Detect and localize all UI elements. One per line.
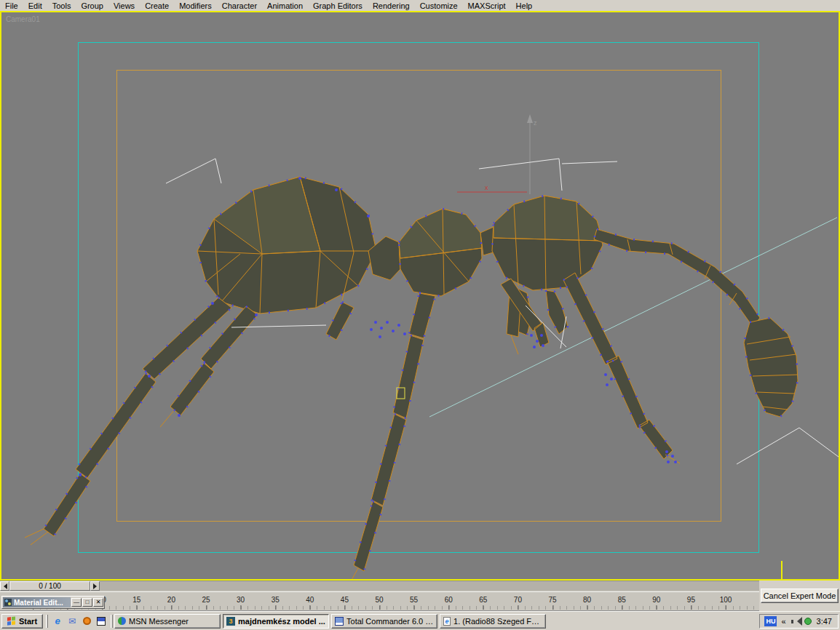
ruler-tick-90: 90 (652, 596, 660, 604)
ruler-tick-100: 100 (720, 596, 732, 604)
ruler-tick-70: 70 (514, 596, 522, 604)
ant-model[interactable] (25, 177, 798, 581)
taskbar-item-label: MSN Messenger (129, 617, 189, 626)
menu-bar: File Edit Tools Group Views Create Modif… (0, 0, 840, 11)
ant-leg-rear-right (563, 273, 680, 463)
right-arrow-icon (93, 583, 100, 589)
ruler-tick-45: 45 (341, 596, 349, 604)
internet-explorer-icon[interactable]: e (52, 615, 63, 627)
quick-launch-bar: e ✉ (49, 615, 109, 627)
menu-help[interactable]: Help (511, 1, 538, 11)
ruler-tick-40: 40 (306, 596, 314, 604)
ant-head (492, 196, 603, 290)
taskbar-item-label: majdnemkész model ... (238, 617, 325, 626)
ant-leg-rear-left (25, 298, 231, 545)
system-tray: HU « 3:47 (759, 614, 839, 629)
material-editor-titlebar[interactable]: Material Edit... (3, 597, 71, 607)
menu-graph-editors[interactable]: Graph Editors (308, 1, 368, 11)
menu-views[interactable]: Views (108, 1, 140, 11)
ant-leg-mid-left (160, 302, 354, 427)
floppy-icon[interactable] (95, 615, 107, 627)
ruler-tick-60: 60 (445, 596, 453, 604)
mail-icon[interactable]: ✉ (66, 615, 78, 627)
toolbar-divider (111, 615, 113, 628)
material-editor-icon (4, 599, 12, 606)
viewport-canvas[interactable]: z x (0, 11, 840, 581)
start-button-label: Start (19, 617, 37, 626)
ruler-tick-25: 25 (202, 596, 210, 604)
next-frame-button[interactable] (90, 581, 100, 591)
media-player-icon[interactable] (81, 615, 92, 627)
menu-group[interactable]: Group (76, 1, 108, 11)
taskbar-item-msn-messenger[interactable]: MSN Messenger (114, 614, 221, 629)
ruler-tick-20: 20 (167, 596, 175, 604)
menu-edit[interactable]: Edit (23, 1, 47, 11)
viewport-divider-line (781, 561, 782, 581)
left-arrow-icon (1, 583, 7, 589)
desktop-screen: File Edit Tools Group Views Create Modif… (0, 0, 840, 630)
minimize-button[interactable]: — (71, 598, 82, 607)
total-commander-icon (335, 617, 344, 626)
menu-tools[interactable]: Tools (47, 1, 76, 11)
ruler-tick-15: 15 (132, 596, 140, 604)
taskbar-item-label: Total Commander 6.0 - P... (346, 617, 434, 626)
taskbar-item-radio88[interactable]: e 1. (Radio88 Szeged FM ... (440, 614, 546, 629)
menu-character[interactable]: Character (217, 1, 262, 11)
menu-create[interactable]: Create (140, 1, 174, 11)
ant-thorax (399, 209, 482, 296)
ruler-tick-65: 65 (479, 596, 487, 604)
windows-logo-icon (7, 616, 16, 626)
ruler-tick-35: 35 (272, 596, 280, 604)
taskbar-item-3dsmax-model[interactable]: 3 majdnemkész model ... (223, 614, 329, 629)
menu-rendering[interactable]: Rendering (368, 1, 415, 11)
viewport-camera-label[interactable]: Camera01 (6, 15, 40, 23)
expert-mode-panel: Cancel Expert Mode (759, 581, 840, 611)
messenger-status-icon[interactable] (804, 618, 812, 625)
ruler-tick-30: 30 (237, 596, 245, 604)
close-button[interactable]: ✕ (93, 598, 103, 607)
ruler-tick-55: 55 (410, 596, 418, 604)
ant-abdomen (197, 177, 376, 314)
volume-icon[interactable] (791, 617, 801, 626)
ruler-tick-85: 85 (618, 596, 626, 604)
msn-messenger-icon (118, 617, 126, 625)
windows-taskbar: Start e ✉ MSN Messenger 3 majdnemkész mo… (0, 611, 840, 630)
taskbar-item-label: 1. (Radio88 Szeged FM ... (453, 617, 542, 626)
time-slider-track[interactable]: 0 / 100 (0, 581, 759, 591)
3dsmax-icon: 3 (226, 617, 235, 626)
menu-customize[interactable]: Customize (415, 1, 463, 11)
restore-button[interactable]: □ (82, 598, 92, 607)
menu-animation[interactable]: Animation (262, 1, 308, 11)
toolbar-divider (46, 615, 48, 628)
language-indicator[interactable]: HU (764, 616, 777, 626)
ruler-tick-80: 80 (583, 596, 591, 604)
web-page-icon: e (443, 617, 451, 626)
axis-x-label: x (485, 184, 488, 191)
taskbar-clock[interactable]: 3:47 (815, 617, 833, 626)
ant-leg-front-center (351, 293, 435, 581)
tray-collapse-chevron[interactable]: « (780, 617, 786, 626)
start-button[interactable]: Start (1, 614, 43, 629)
ruler-tick-75: 75 (548, 596, 556, 604)
camera-viewport[interactable]: z x (0, 11, 840, 581)
ruler-tick-95: 95 (687, 596, 695, 604)
cancel-expert-mode-button[interactable]: Cancel Expert Mode (761, 589, 839, 603)
axis-tripod: z x (457, 114, 537, 194)
material-editor-title: Material Edit... (14, 599, 63, 607)
menu-maxscript[interactable]: MAXScript (463, 1, 511, 11)
menu-modifiers[interactable]: Modifiers (174, 1, 217, 11)
axis-z-label: z (534, 119, 537, 127)
menu-file[interactable]: File (0, 1, 23, 11)
trackbar-ruler[interactable]: 0510152025303540455055606570758085909510… (0, 591, 759, 611)
taskbar-item-total-commander[interactable]: Total Commander 6.0 - P... (331, 614, 437, 629)
ruler-tick-50: 50 (375, 596, 383, 604)
time-slider-handle[interactable]: 0 / 100 (9, 581, 90, 591)
prev-frame-button[interactable] (0, 581, 9, 591)
material-editor-minimized-window[interactable]: Material Edit... — □ ✕ (1, 596, 105, 609)
